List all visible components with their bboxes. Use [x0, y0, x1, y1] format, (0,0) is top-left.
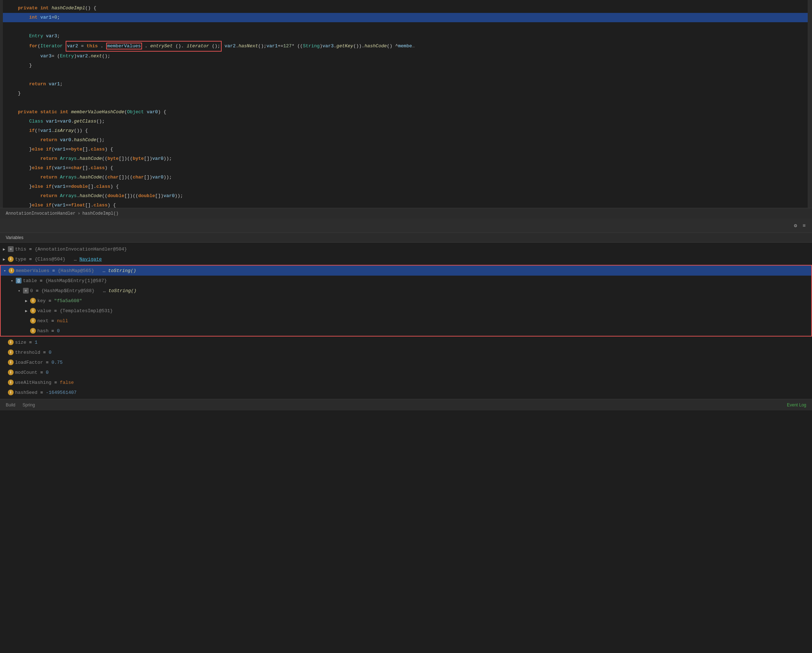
var-label-type: type = {Class@504} … Navigate: [15, 257, 102, 262]
info-icon: i: [30, 318, 36, 324]
debug-panel: Variables ▶ ≡ this = {AnnotationInvocati…: [0, 233, 812, 399]
var-row-type[interactable]: ▶ i type = {Class@504} … Navigate: [0, 254, 812, 264]
code-line: [0, 22, 812, 32]
arr-icon: []: [16, 278, 21, 283]
bottom-bar: Build Spring Event Log: [0, 399, 812, 410]
obj-icon: ≡: [23, 288, 29, 294]
code-var: var3: [46, 32, 57, 41]
menu-icon[interactable]: ≡: [800, 221, 808, 230]
code-line: } else if ( var1 == float []. class ) {: [0, 201, 812, 208]
settings-icon[interactable]: ⚙: [791, 221, 800, 230]
code-keyword: int: [29, 13, 37, 22]
var-label-entry0: 0 = {HashMap$Entry@588} … toString(): [30, 288, 137, 294]
info-icon: i: [8, 359, 14, 365]
code-line: }: [0, 89, 812, 98]
code-editor: private int hashCodeImpl () { int var1 =…: [0, 0, 812, 208]
var-row-table[interactable]: ▾ [] table = {HashMap$Entry[1]@587}: [1, 276, 811, 286]
code-method: hashCodeImpl: [52, 4, 85, 13]
expand-arrow[interactable]: ▾: [4, 268, 9, 273]
code-line-for: for ( Iterator var2 = this . memberValue…: [0, 41, 812, 52]
variables-header: Variables: [0, 233, 812, 243]
spring-tab[interactable]: Spring: [23, 402, 35, 408]
var-label-table: table = {HashMap$Entry[1]@587}: [23, 278, 107, 283]
var-row-memberValues[interactable]: ▾ i memberValues = {HashMap@565} … toStr…: [1, 266, 811, 276]
var-row-this[interactable]: ▶ ≡ this = {AnnotationInvocationHandler@…: [0, 244, 812, 254]
code-keyword: private: [18, 4, 38, 13]
info-icon: i: [30, 328, 36, 334]
var-row-value[interactable]: ▶ i value = {TemplatesImpl@531}: [1, 306, 811, 316]
tostring-link[interactable]: toString(): [108, 268, 136, 274]
var-row-loadfactor[interactable]: ▶ i loadFactor = 0.75: [0, 357, 812, 367]
code-line: private static int memberValueHashCode (…: [0, 108, 812, 117]
var-label-threshold: threshold = 0: [15, 350, 51, 355]
code-box-highlight: var2 = this . memberValues . entrySet ()…: [66, 41, 222, 52]
var-label-useAlthashing: useAltHashing = false: [15, 380, 74, 385]
code-var: var1: [40, 13, 51, 22]
info-icon: i: [30, 308, 36, 314]
code-line: } else if ( var1 == double []. class ) {: [0, 182, 812, 192]
breadcrumb-method[interactable]: hashCodeImpl(): [82, 211, 119, 216]
expand-arrow[interactable]: ▶: [25, 309, 30, 313]
event-log-tab[interactable]: Event Log: [787, 402, 806, 408]
var-row-modcount[interactable]: ▶ i modCount = 0: [0, 367, 812, 377]
info-icon: i: [8, 256, 14, 262]
var-label-this: this = {AnnotationInvocationHandler@504}: [15, 247, 127, 252]
code-type: Entry: [29, 32, 43, 41]
code-line: [0, 70, 812, 79]
code-line: return var1 ;: [0, 79, 812, 89]
code-line: [0, 98, 812, 108]
info-icon: i: [8, 339, 14, 345]
code-keyword: int: [40, 4, 49, 13]
breadcrumb-separator: ›: [78, 211, 80, 216]
code-line: private int hashCodeImpl () {: [0, 4, 812, 13]
variables-section: ▶ ≡ this = {AnnotationInvocationHandler@…: [0, 243, 812, 399]
code-line: return Arrays . hashCode (( char [])(( c…: [0, 173, 812, 182]
build-tab[interactable]: Build: [6, 402, 15, 408]
expand-arrow[interactable]: ▶: [25, 298, 30, 303]
var-label-value: value = {TemplatesImpl@531}: [37, 308, 113, 314]
var-label-memberValues: memberValues = {HashMap@565} … toString(…: [16, 268, 136, 274]
info-icon: i: [30, 298, 36, 304]
code-member-values-highlight: memberValues: [106, 43, 142, 49]
info-icon: i: [8, 390, 14, 395]
code-line: return Arrays . hashCode (( double [])((…: [0, 192, 812, 201]
var-row-threshold[interactable]: ▶ i threshold = 0: [0, 347, 812, 357]
info-icon: i: [8, 349, 14, 355]
var-label-key: key = "f5a5a608": [37, 298, 82, 304]
breadcrumb-class[interactable]: AnnotationInvocationHandler: [6, 211, 75, 216]
info-icon: i: [8, 379, 14, 385]
breadcrumb-bar: AnnotationInvocationHandler › hashCodeIm…: [0, 208, 812, 219]
code-line: Class var1 = var0 . getClass ();: [0, 117, 812, 126]
var-row-key[interactable]: ▶ i key = "f5a5a608": [1, 296, 811, 306]
member-values-group: ▾ i memberValues = {HashMap@565} … toStr…: [0, 265, 812, 336]
var-label-size: size = 1: [15, 340, 37, 345]
expand-arrow[interactable]: ▾: [18, 289, 23, 293]
var-row-size[interactable]: ▶ i size = 1: [0, 337, 812, 347]
var-label-hash: hash = 0: [37, 328, 60, 334]
var-label-next: next = null: [37, 318, 68, 324]
tostring-link-entry[interactable]: toString(): [109, 288, 137, 294]
expand-arrow[interactable]: ▶: [3, 257, 8, 262]
var-row-useAlthashing[interactable]: ▶ i useAltHashing = false: [0, 377, 812, 387]
code-line: return var0 . hashCode ();: [0, 135, 812, 145]
var-label-loadfactor: loadFactor = 0.75: [15, 360, 63, 365]
code-num: 0: [54, 13, 57, 22]
code-line: } else if ( var1 == char []. class ) {: [0, 163, 812, 173]
var-label-hashseed: hashSeed = -1649561407: [15, 390, 77, 395]
navigate-link[interactable]: Navigate: [79, 257, 102, 262]
var-row-next[interactable]: ▶ i next = null: [1, 316, 811, 326]
code-line-highlighted: int var1 = 0 ;: [0, 13, 812, 22]
code-line: return Arrays . hashCode (( byte [])(( b…: [0, 154, 812, 163]
var-row-hash[interactable]: ▶ i hash = 0: [1, 326, 811, 336]
obj-icon: ≡: [8, 246, 14, 252]
code-type: Iterator: [40, 41, 63, 51]
code-line: if (! var1 . isArray ()) {: [0, 126, 812, 135]
var-label-modcount: modCount = 0: [15, 370, 49, 375]
toolbar-bar: ⚙ ≡: [0, 219, 812, 233]
expand-arrow[interactable]: ▾: [11, 279, 16, 283]
var-row-hashseed[interactable]: ▶ i hashSeed = -1649561407: [0, 387, 812, 397]
code-line: }: [0, 61, 812, 70]
expand-arrow[interactable]: ▶: [3, 247, 8, 251]
var-row-entry0[interactable]: ▾ ≡ 0 = {HashMap$Entry@588} … toString(): [1, 286, 811, 296]
vertical-scrollbar[interactable]: [808, 0, 812, 208]
